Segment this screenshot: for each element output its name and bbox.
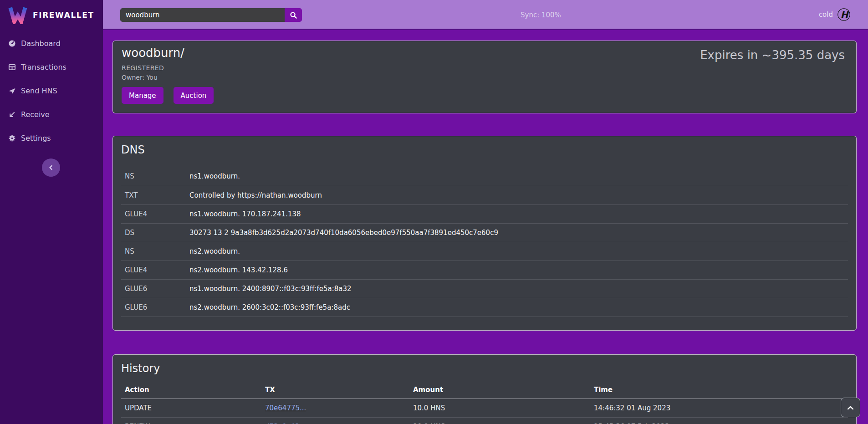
history-time: 14:46:32 01 Aug 2023 [590,398,848,417]
dns-card: DNS NS ns1.woodburn. TXT Controlled by h… [112,136,857,331]
dns-record-value: ns2.woodburn. 2600:3c02::f03c:93ff:fe5a:… [186,298,848,317]
sidebar-collapse-button[interactable] [42,158,60,177]
sidebar-item-label: Receive [21,110,50,119]
dns-record-type: TXT [121,186,186,204]
dns-record-value: ns2.woodburn. [186,242,848,261]
history-amount: 10.0 HNS [409,417,590,424]
dns-record-type: GLUE6 [121,298,186,317]
dns-record-value: ns1.woodburn. 170.187.241.138 [186,204,848,223]
history-col-amount: Amount [409,381,590,398]
dns-card-title: DNS [121,143,848,157]
brand-name: FIREWALLET [33,10,94,20]
gauge-icon [8,40,16,47]
handshake-logo-icon[interactable]: H [837,8,851,21]
domain-status: REGISTERED [122,64,848,72]
domain-expiry: Expires in ~395.35 days [700,48,845,62]
history-action: UPDATE [121,398,261,417]
sync-status: Sync: 100% [521,11,561,19]
chevron-left-icon [48,164,54,171]
wallet-cluster: cold H [819,0,851,29]
domain-card: woodburn/ REGISTERED Owner: You Manage A… [112,41,857,113]
history-header-row: Action TX Amount Time [121,381,848,398]
history-amount: 10.0 HNS [409,398,590,417]
dns-record-row: GLUE4 ns1.woodburn. 170.187.241.138 [121,204,848,223]
dns-record-type: GLUE4 [121,261,186,279]
tx-link[interactable]: d73e9c48... [265,423,306,424]
tx-link[interactable]: 70e64775... [265,404,306,412]
dns-table: NS ns1.woodburn. TXT Controlled by https… [121,167,848,317]
dns-record-value: ns2.woodburn. 143.42.128.6 [186,261,848,279]
sidebar-item-label: Transactions [21,63,66,72]
search-bar [120,8,302,22]
sidebar-item-transactions[interactable]: Transactions [0,62,103,72]
topbar: Sync: 100% cold H [103,0,868,30]
wallet-name: cold [819,10,833,19]
dns-record-row: GLUE6 ns1.woodburn. 2400:8907::f03c:93ff… [121,279,848,298]
history-card: History Action TX Amount Time UPDATE 70e… [112,354,857,424]
sidebar-item-dashboard[interactable]: Dashboard [0,38,103,48]
history-time: 15:45:36 07 Feb 2023 [590,417,848,424]
sidebar-nav: Dashboard Transactions Send HNS [0,38,103,157]
search-button[interactable] [285,8,302,22]
table-icon [8,63,16,71]
dns-record-type: NS [121,167,186,186]
firewallet-logo-icon [8,6,27,24]
search-input[interactable] [120,8,285,22]
dns-record-type: DS [121,223,186,242]
sidebar-item-receive[interactable]: Receive [0,109,103,119]
dns-record-row: NS ns1.woodburn. [121,167,848,186]
dns-record-row: GLUE4 ns2.woodburn. 143.42.128.6 [121,261,848,279]
sidebar-item-settings[interactable]: Settings [0,133,103,143]
dns-record-row: GLUE6 ns2.woodburn. 2600:3c02::f03c:93ff… [121,298,848,317]
history-col-time: Time [590,381,848,398]
dns-record-type: NS [121,242,186,261]
dns-record-value: Controlled by https://nathan.woodburn [186,186,848,204]
main-content: woodburn/ REGISTERED Owner: You Manage A… [103,30,868,424]
dns-record-row: TXT Controlled by https://nathan.woodbur… [121,186,848,204]
history-row: UPDATE 70e64775... 10.0 HNS 14:46:32 01 … [121,398,848,417]
history-row: RENEW d73e9c48... 10.0 HNS 15:45:36 07 F… [121,417,848,424]
scroll-to-top-button[interactable] [841,398,860,417]
chevron-up-icon [847,405,854,410]
svg-text:H: H [841,9,849,20]
sidebar-item-label: Dashboard [21,39,61,48]
sidebar-item-label: Send HNS [21,87,57,95]
gear-icon [8,134,16,142]
domain-owner: Owner: You [122,74,848,81]
search-icon [290,11,297,19]
dns-record-row: NS ns2.woodburn. [121,242,848,261]
dns-record-type: GLUE6 [121,279,186,298]
sidebar-item-label: Settings [21,134,51,143]
dns-record-value: ns1.woodburn. [186,167,848,186]
history-col-action: Action [121,381,261,398]
manage-button[interactable]: Manage [122,87,163,104]
brand: FIREWALLET [0,0,103,30]
history-action: RENEW [121,417,261,424]
paper-plane-icon [8,87,16,95]
sidebar: FIREWALLET Dashboard Transactions [0,0,103,424]
arrow-down-left-icon [8,111,16,118]
dns-record-type: GLUE4 [121,204,186,223]
sidebar-item-send-hns[interactable]: Send HNS [0,86,103,96]
dns-record-row: DS 30273 13 2 9a3a8fb3d625d2a2073d740f10… [121,223,848,242]
dns-record-value: ns1.woodburn. 2400:8907::f03c:93ff:fe5a:… [186,279,848,298]
history-card-title: History [121,361,848,376]
auction-button[interactable]: Auction [174,87,214,104]
history-col-tx: TX [261,381,409,398]
dns-record-value: 30273 13 2 9a3a8fb3d625d2a2073d740f10da6… [186,223,848,242]
history-table: Action TX Amount Time UPDATE 70e64775...… [121,381,848,424]
